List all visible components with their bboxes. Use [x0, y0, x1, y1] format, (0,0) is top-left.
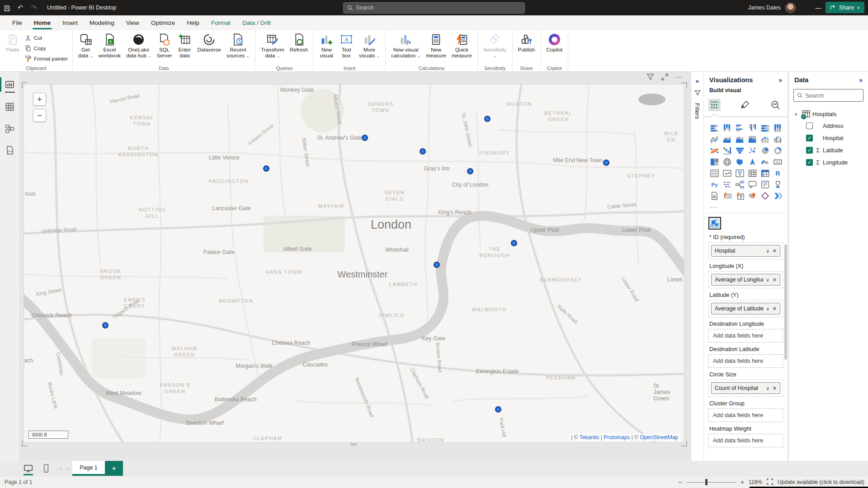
- map-icon[interactable]: [721, 156, 733, 168]
- ribbon-button-copilot[interactable]: Copilot: [543, 33, 565, 53]
- nav-model-view[interactable]: [4, 122, 16, 134]
- data-search-input[interactable]: [805, 92, 860, 99]
- well-empty-destination-longitude[interactable]: Add data fields here: [708, 329, 783, 343]
- 100-stacked-bar-chart-icon[interactable]: [759, 122, 771, 134]
- ribbon-button-format-painter[interactable]: Format painter: [23, 54, 70, 63]
- r-script-visual-icon[interactable]: R: [771, 168, 784, 179]
- metrics-icon[interactable]: [771, 179, 784, 190]
- ribbon-button-enter-data[interactable]: Enterdata: [175, 33, 195, 59]
- attribution-link[interactable]: Protomaps: [604, 434, 630, 441]
- stacked-column-chart-icon[interactable]: [721, 122, 733, 134]
- card-icon[interactable]: 123: [771, 156, 784, 168]
- ribbon-button-recent-sources[interactable]: Recentsources ⌄: [224, 33, 252, 60]
- menu-tab-insert[interactable]: Insert: [57, 15, 84, 30]
- chevron-down-icon[interactable]: ∨: [794, 112, 800, 117]
- zoom-slider[interactable]: [686, 482, 736, 483]
- undo-icon[interactable]: ↶: [14, 4, 27, 12]
- map-zoom-in-button[interactable]: +: [33, 93, 46, 106]
- field-row-longitude[interactable]: ✓ΣLongitude: [789, 156, 868, 169]
- hospital-data-point[interactable]: [467, 168, 473, 174]
- ribbon-button-new-visual[interactable]: Newvisual: [316, 33, 336, 59]
- chevron-down-icon[interactable]: ∨: [766, 386, 769, 391]
- 100-stacked-area-chart-icon[interactable]: [746, 134, 759, 145]
- ribbon-button-sql-server[interactable]: SQLServer: [154, 33, 175, 59]
- ribbon-button-new-measure[interactable]: Newmeasure: [423, 33, 449, 59]
- map-visual[interactable]: Monkey GateHarvist RoadAlbany StreetSOME…: [24, 84, 684, 443]
- donut-chart-icon[interactable]: [771, 145, 784, 156]
- arcgis-map-icon[interactable]: [746, 190, 759, 202]
- area-chart-icon[interactable]: [721, 134, 733, 145]
- pane-scrollbar[interactable]: [784, 244, 787, 360]
- update-available-link[interactable]: Update available (click to download): [778, 479, 864, 485]
- decomposition-tree-icon[interactable]: [733, 179, 746, 190]
- menu-tab-file[interactable]: File: [6, 15, 28, 30]
- table-icon[interactable]: [746, 168, 759, 179]
- menu-tab-view[interactable]: View: [120, 15, 145, 30]
- ribbon-button-quick-measure[interactable]: Quickmeasure: [449, 33, 475, 59]
- ribbon-button-onelake-data-hub[interactable]: OneLakedata hub ⌄: [123, 33, 154, 60]
- ribbon-button-get-data[interactable]: Getdata ⌄: [75, 33, 96, 60]
- hospital-data-point[interactable]: [362, 135, 368, 141]
- field-pill-average-of-longitude[interactable]: Average of Longitude∨✕: [711, 274, 780, 286]
- filled-map-icon[interactable]: [733, 156, 746, 168]
- key-influencers-icon[interactable]: [721, 179, 733, 190]
- save-icon[interactable]: [0, 4, 14, 12]
- zoom-in-icon[interactable]: +: [741, 479, 744, 486]
- clustered-column-chart-icon[interactable]: [746, 122, 759, 134]
- field-pill-average-of-latitude[interactable]: Average of Latitude∨✕: [711, 303, 780, 314]
- power-automate-icon[interactable]: [771, 190, 784, 202]
- checkbox-longitude[interactable]: ✓: [806, 159, 813, 166]
- field-row-address[interactable]: Address: [789, 120, 868, 132]
- nav-report-view[interactable]: [4, 79, 16, 91]
- remove-field-icon[interactable]: ✕: [773, 306, 777, 312]
- line-and-stacked-column-chart-icon[interactable]: [759, 134, 771, 145]
- qa-visual-icon[interactable]: [746, 179, 759, 190]
- ribbon-button-text-box[interactable]: ATextbox: [336, 33, 356, 59]
- collapse-visualizations-icon[interactable]: »: [778, 76, 782, 84]
- new-card-icon[interactable]: 123: [721, 190, 733, 202]
- zoom-out-icon[interactable]: −: [678, 479, 682, 486]
- next-page-arrow[interactable]: ›: [65, 461, 72, 476]
- well-empty-heatmap-weight[interactable]: Add data fields here: [708, 434, 783, 447]
- line-and-clustered-column-chart-icon[interactable]: [771, 134, 784, 145]
- funnel-chart-icon[interactable]: [733, 145, 746, 156]
- smart-narrative-icon[interactable]: [759, 179, 771, 190]
- pie-chart-icon[interactable]: [759, 145, 771, 156]
- menu-tab-modeling[interactable]: Modeling: [84, 15, 120, 30]
- ribbon-chart-icon[interactable]: [708, 145, 721, 156]
- global-search[interactable]: [343, 2, 525, 14]
- field-pill-count-of-hospital[interactable]: Count of Hospital∨✕: [711, 382, 780, 394]
- more-options-icon[interactable]: ⋯: [675, 73, 683, 82]
- checkbox-address[interactable]: [806, 122, 813, 129]
- multi-row-card-icon[interactable]: [708, 168, 721, 179]
- new-slicer-icon[interactable]: [733, 190, 746, 202]
- hospital-data-point[interactable]: [102, 322, 108, 328]
- paginated-report-icon[interactable]: [708, 190, 721, 202]
- data-search-box[interactable]: [793, 89, 863, 102]
- 100-stacked-column-chart-icon[interactable]: [771, 122, 784, 134]
- map-zoom-out-button[interactable]: −: [33, 109, 46, 122]
- focus-mode-icon[interactable]: [661, 73, 669, 82]
- collapse-data-icon[interactable]: »: [859, 76, 863, 84]
- redo-icon[interactable]: ↷: [27, 4, 41, 12]
- chevron-down-icon[interactable]: ∨: [766, 277, 769, 282]
- remove-field-icon[interactable]: ✕: [773, 277, 777, 283]
- hospital-data-point[interactable]: [511, 240, 517, 246]
- visual-filter-icon[interactable]: [646, 73, 654, 82]
- nav-dax-query-view[interactable]: DAX: [4, 144, 16, 156]
- visual-resize-handle[interactable]: [350, 443, 357, 446]
- field-row-latitude[interactable]: ✓ΣLatitude: [789, 144, 868, 156]
- previous-page-arrow[interactable]: ‹: [57, 461, 65, 476]
- expand-filters-icon[interactable]: «: [696, 77, 699, 84]
- tab-format-visual[interactable]: [739, 99, 751, 111]
- field-pill-hospital[interactable]: Hospital∨✕: [711, 245, 780, 257]
- ribbon-button-cut[interactable]: Cut: [23, 33, 70, 42]
- menu-tab-format[interactable]: Format: [205, 15, 236, 30]
- ribbon-button-more-visuals[interactable]: Morevisuals ⌄: [356, 33, 382, 60]
- power-apps-icon[interactable]: [759, 190, 771, 202]
- user-name[interactable]: James Dales: [748, 5, 781, 11]
- hospital-data-point[interactable]: [263, 165, 269, 172]
- attribution-link[interactable]: Tekantis: [579, 434, 599, 441]
- stacked-area-chart-icon[interactable]: [733, 134, 746, 145]
- hospital-data-point[interactable]: [484, 116, 491, 122]
